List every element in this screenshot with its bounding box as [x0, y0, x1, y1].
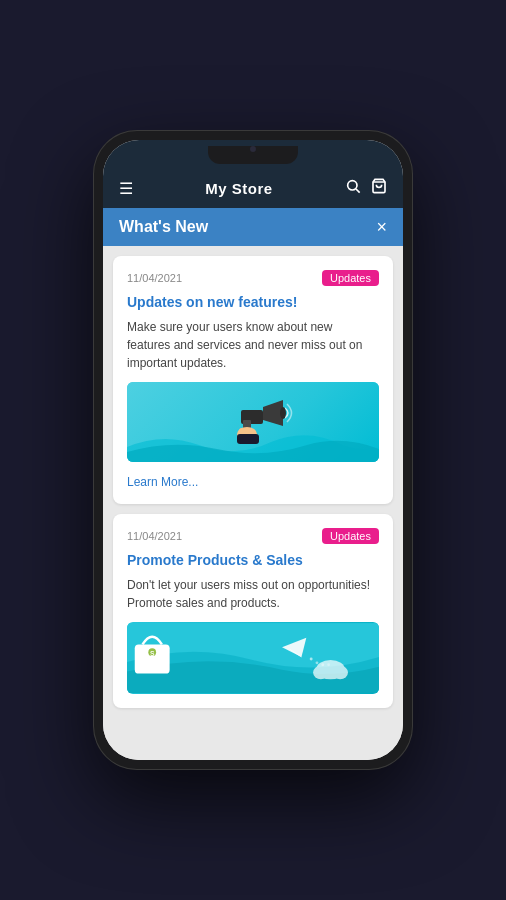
svg-point-17	[316, 661, 319, 664]
svg-line-1	[356, 189, 360, 193]
card-image-2: S	[127, 622, 379, 694]
whats-new-bar: What's New ×	[103, 208, 403, 246]
card-desc-1: Make sure your users know about new feat…	[127, 318, 379, 372]
svg-text:S: S	[150, 650, 155, 657]
phone-screen: ☰ My Store Wh	[103, 140, 403, 760]
news-card-1: 11/04/2021 Updates Updates on new featur…	[113, 256, 393, 504]
card-title-1: Updates on new features!	[127, 294, 379, 310]
card-badge-2: Updates	[322, 528, 379, 544]
notch-bar	[103, 140, 403, 168]
search-icon[interactable]	[345, 178, 361, 198]
notch	[208, 146, 298, 164]
card-meta-2: 11/04/2021 Updates	[127, 528, 379, 544]
phone-frame: ☰ My Store Wh	[93, 130, 413, 770]
content-area: 11/04/2021 Updates Updates on new featur…	[103, 246, 403, 760]
menu-icon[interactable]: ☰	[119, 179, 133, 198]
cart-icon[interactable]	[371, 178, 387, 198]
close-button[interactable]: ×	[376, 218, 387, 236]
app-header: ☰ My Store	[103, 168, 403, 208]
header-icons	[345, 178, 387, 198]
camera-dot	[250, 146, 256, 152]
svg-point-16	[310, 658, 313, 661]
svg-point-0	[348, 181, 357, 190]
whats-new-title: What's New	[119, 218, 208, 236]
card-badge-1: Updates	[322, 270, 379, 286]
card-date-2: 11/04/2021	[127, 530, 182, 542]
card-desc-2: Don't let your users miss out on opportu…	[127, 576, 379, 612]
card-date-1: 11/04/2021	[127, 272, 182, 284]
card-image-1	[127, 382, 379, 462]
store-title: My Store	[205, 180, 272, 197]
svg-point-5	[280, 407, 286, 419]
svg-rect-9	[237, 434, 259, 444]
news-card-2: 11/04/2021 Updates Promote Products & Sa…	[113, 514, 393, 708]
card-title-2: Promote Products & Sales	[127, 552, 379, 568]
learn-more-link-1[interactable]: Learn More...	[127, 475, 198, 489]
svg-point-22	[332, 666, 348, 680]
svg-point-21	[313, 666, 329, 680]
card-meta-1: 11/04/2021 Updates	[127, 270, 379, 286]
